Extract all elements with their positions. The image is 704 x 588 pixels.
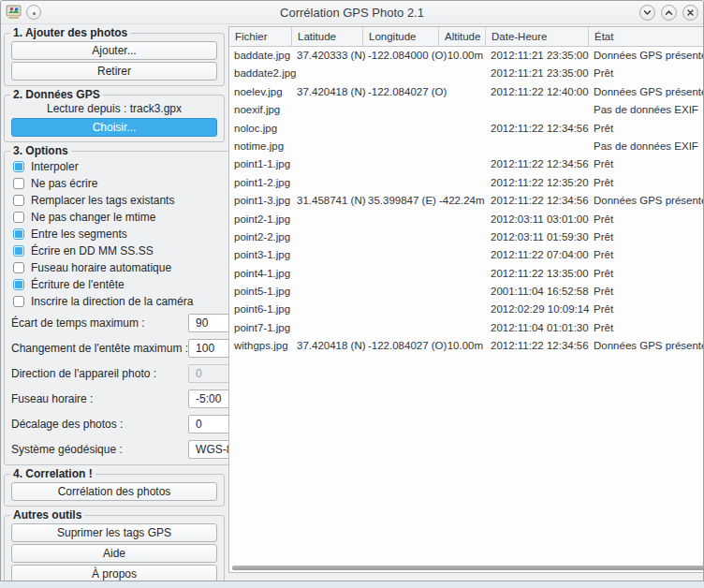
option-row[interactable]: Inscrire la direction de la caméra	[13, 293, 241, 310]
window-menu-button[interactable]	[26, 5, 41, 20]
cell-latitude	[292, 211, 363, 228]
cell-fichier: point2-2.jpg	[229, 228, 292, 246]
table-row[interactable]: point4-1.jpg 2012:11:22 13:35:00 Prêt	[229, 265, 704, 283]
cell-latitude	[292, 283, 363, 301]
cell-latitude	[292, 120, 363, 138]
table-row[interactable]: noloc.jpg 2012:11:22 12:34:56 Prêt	[229, 120, 704, 138]
cell-altitude	[439, 319, 486, 337]
tool-button[interactable]: Aide	[11, 544, 217, 563]
column-header-date[interactable]: Date-Heure	[486, 27, 589, 46]
column-header-altitude[interactable]: Altitude	[439, 27, 486, 46]
column-header-latitude[interactable]: Latitude	[292, 27, 363, 46]
chevron-up-icon	[664, 7, 674, 18]
option-row[interactable]: Interpoler	[13, 158, 241, 175]
cell-date	[486, 138, 589, 155]
window-title: Corrélation GPS Photo 2.1	[1, 6, 703, 20]
table-row[interactable]: point1-2.jpg 2012:11:22 12:35:20 Prêt	[229, 174, 704, 192]
gps-source-label: Lecture depuis : track3.gpx	[9, 102, 219, 117]
minimize-button[interactable]	[639, 5, 655, 21]
table-row[interactable]: point2-1.jpg 2012:03:11 03:01:00 Prêt	[229, 211, 704, 228]
option-row[interactable]: Écriture de l'entête	[13, 276, 241, 293]
cell-date: 2012:11:22 12:34:56	[486, 337, 589, 355]
checkbox-label: Entre les segments	[31, 228, 127, 241]
table-row[interactable]: point1-3.jpg 31.458741 (N) 35.399847 (E)…	[229, 192, 704, 210]
checkbox-icon[interactable]	[13, 228, 24, 240]
cell-etat: Données GPS présentes	[589, 337, 704, 355]
table-row[interactable]: point1-1.jpg 2012:11:22 12:34:56 Prêt	[229, 155, 704, 173]
cell-longitude	[363, 265, 439, 283]
column-header-fichier[interactable]: Fichier	[229, 27, 292, 46]
table-row[interactable]: point7-1.jpg 2012:11:04 01:01:30 Prêt	[229, 319, 704, 337]
column-header-etat[interactable]: État	[589, 27, 704, 46]
cell-etat: Prêt	[589, 301, 704, 318]
choose-gps-button[interactable]: Choisir...	[11, 118, 217, 137]
cell-latitude	[292, 101, 363, 119]
option-row[interactable]: Écrire en DD MM SS.SS	[13, 243, 241, 259]
checkbox-icon[interactable]	[13, 195, 24, 206]
cell-latitude	[292, 319, 363, 337]
table-row[interactable]: noexif.jpg Pas de données EXIF	[229, 101, 704, 119]
remove-photos-button[interactable]: Retirer	[11, 62, 217, 81]
checkbox-icon[interactable]	[13, 212, 24, 223]
cell-longitude	[363, 138, 439, 155]
horizontal-scrollbar[interactable]	[232, 566, 704, 570]
table-row[interactable]: point3-1.jpg 2012:11:22 07:04:00 Prêt	[229, 246, 704, 264]
table-row[interactable]: point6-1.jpg 2012:02:29 10:09:14 Prêt	[229, 301, 704, 318]
cell-etat: Données GPS présentes	[589, 192, 704, 210]
checkbox-label: Inscrire la direction de la caméra	[31, 295, 193, 308]
cell-fichier: point4-1.jpg	[229, 265, 292, 283]
cell-date: 2012:03:11 01:59:30	[486, 228, 589, 246]
add-photos-button[interactable]: Ajouter...	[11, 41, 217, 60]
cell-fichier: baddate.jpg	[229, 47, 292, 65]
table-row[interactable]: notime.jpg Pas de données EXIF	[229, 138, 704, 155]
checkbox-label: Ne pas écrire	[31, 177, 97, 190]
cell-etat: Prêt	[589, 283, 704, 301]
checkbox-icon[interactable]	[13, 245, 24, 257]
table-row[interactable]: withgps.jpg 37.420418 (N) -122.084027 (O…	[229, 337, 704, 355]
table-header: Fichier Latitude Longitude Altitude Date…	[229, 27, 704, 47]
table-row[interactable]: baddate2.jpg 2012:11:21 23:35:00 Prêt	[229, 65, 704, 82]
cell-altitude	[439, 211, 486, 228]
table-row[interactable]: point2-2.jpg 2012:03:11 01:59:30 Prêt	[229, 228, 704, 246]
cell-longitude: -122.084000 (O)	[363, 47, 439, 65]
cell-altitude	[439, 83, 486, 101]
checkbox-icon[interactable]	[13, 262, 24, 273]
table-row[interactable]: baddate.jpg 37.420333 (N) -122.084000 (O…	[229, 47, 704, 65]
correlate-photos-button[interactable]: Corrélation des photos	[11, 482, 217, 501]
checkbox-icon[interactable]	[13, 178, 24, 189]
other-tools-group: Autres outils Suprimer les tags GPS Aide…	[4, 508, 225, 581]
checkbox-icon[interactable]	[13, 279, 24, 290]
tool-button[interactable]: Suprimer les tags GPS	[11, 523, 217, 542]
option-row[interactable]: Fuseau horaire automatique	[13, 259, 241, 276]
cell-fichier: noexif.jpg	[229, 101, 292, 119]
close-icon	[685, 7, 696, 18]
cell-date: 2012:11:22 13:35:00	[486, 265, 589, 283]
cell-etat: Données GPS présentes	[589, 83, 704, 101]
maximize-button[interactable]	[661, 5, 677, 21]
cell-altitude	[439, 101, 486, 119]
cell-latitude	[292, 228, 363, 246]
cell-date: 2012:11:22 12:34:56	[486, 155, 589, 173]
checkbox-label: Écriture de l'entête	[31, 278, 125, 291]
checkbox-icon[interactable]	[13, 161, 24, 172]
close-button[interactable]	[682, 5, 698, 21]
column-header-longitude[interactable]: Longitude	[363, 27, 439, 46]
option-row[interactable]: Entre les segments	[13, 226, 241, 243]
table-row[interactable]: noelev.jpg 37.420418 (N) -122.084027 (O)…	[229, 83, 704, 101]
checkbox-icon[interactable]	[13, 296, 24, 307]
gps-data-group: 2. Données GPS Lecture depuis : track3.g…	[4, 88, 225, 142]
cell-etat: Prêt	[589, 265, 704, 283]
cell-date: 2012:11:22 07:04:00	[486, 246, 589, 264]
cell-longitude	[363, 319, 439, 337]
table-row[interactable]: point5-1.jpg 2001:11:04 16:52:58 Prêt	[229, 283, 704, 301]
tool-button[interactable]: À propos	[11, 565, 217, 581]
cell-etat: Pas de données EXIF	[589, 138, 704, 155]
option-row[interactable]: Ne pas écrire	[13, 175, 241, 192]
checkbox-label: Fuseau horaire automatique	[31, 261, 171, 274]
cell-date	[486, 101, 589, 119]
cell-etat: Prêt	[589, 246, 704, 264]
cell-date: 2012:11:21 23:35:00	[486, 65, 589, 82]
option-row[interactable]: Remplacer les tags existants	[13, 192, 241, 209]
cell-altitude	[439, 301, 486, 318]
option-row[interactable]: Ne pas changer le mtime	[13, 209, 241, 226]
